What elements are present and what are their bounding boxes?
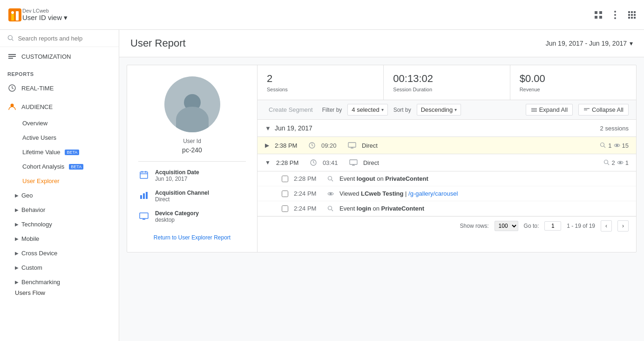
revenue-value: $0.00 <box>520 73 627 85</box>
geo-arrow: ▶ <box>15 193 19 198</box>
svg-point-46 <box>601 143 604 147</box>
session-2-search-icon <box>603 159 610 166</box>
stats-row: 2 Sessions 00:13:02 Session Duration $0.… <box>258 65 636 100</box>
svg-rect-1 <box>11 14 14 20</box>
expandable-technology[interactable]: ▶ Technology <box>0 217 119 232</box>
expandable-geo[interactable]: ▶ Geo <box>0 188 119 203</box>
event-3-type-icon <box>327 205 334 212</box>
date-range-picker[interactable]: Jun 19, 2017 - Jun 19, 2017 ▾ <box>546 40 633 47</box>
sub-item-users-flow[interactable]: Users Flow <box>0 289 119 296</box>
content-area: User Report Jun 19, 2017 - Jun 19, 2017 … <box>119 30 644 341</box>
session-1-duration-icon <box>308 142 316 149</box>
session-1-expand[interactable]: ▶ <box>265 142 269 149</box>
sessions-label: Sessions <box>267 87 374 92</box>
expand-icon <box>531 107 537 113</box>
event-3-description: Event login on PrivateContent <box>339 205 629 212</box>
realtime-label: REAL-TIME <box>21 85 54 92</box>
sub-item-lifetime-value[interactable]: Lifetime Value BETA <box>15 145 119 159</box>
create-segment-button[interactable]: Create Segment <box>265 104 317 115</box>
event-2-type-icon <box>327 191 334 197</box>
acquisition-date-text: Acquisition Date Jun 10, 2017 <box>155 169 199 182</box>
acquisition-channel-value: Direct <box>155 196 209 203</box>
search-input[interactable] <box>18 35 111 42</box>
collapse-all-button[interactable]: Collapse All <box>578 104 629 116</box>
goto-input[interactable] <box>544 221 561 231</box>
sub-item-active-users[interactable]: Active Users <box>15 130 119 145</box>
expandable-benchmarking[interactable]: ▶ Benchmarking <box>0 275 119 289</box>
acquisition-date-label: Acquisition Date <box>155 169 199 176</box>
sessions-value: 2 <box>267 73 374 85</box>
event-2-checkbox[interactable] <box>282 191 288 197</box>
session-2-duration-icon <box>310 159 317 166</box>
expand-all-button[interactable]: Expand All <box>526 104 573 116</box>
svg-rect-32 <box>143 193 145 199</box>
filter-by-label: Filter by <box>322 107 342 113</box>
next-page-button[interactable]: › <box>617 220 629 232</box>
event-3-time: 2:24 PM <box>294 205 322 212</box>
sessions-toolbar: Create Segment Filter by 4 selected ▾ So… <box>258 100 636 120</box>
expandable-custom[interactable]: ▶ Custom <box>0 260 119 275</box>
session-date: Jun 19, 2017 <box>275 124 312 132</box>
event-1-type-icon <box>327 176 334 182</box>
svg-point-10 <box>614 17 616 19</box>
session-date-collapse-arrow[interactable]: ▼ <box>265 125 271 132</box>
acquisition-channel-label: Acquisition Channel <box>155 190 209 196</box>
beta-badge-cohort: BETA <box>69 164 83 170</box>
return-link[interactable]: Return to User Explorer Report <box>154 234 230 241</box>
event-row-2: 2:24 PM Viewed LCweb Testing | /g-galler… <box>258 186 636 201</box>
stats-panel: 2 Sessions 00:13:02 Session Duration $0.… <box>258 65 636 252</box>
sort-dropdown[interactable]: Descending ▾ <box>417 104 461 116</box>
beta-badge-lifetime: BETA <box>65 150 79 155</box>
svg-rect-5 <box>599 11 602 14</box>
sub-item-user-explorer[interactable]: User Explorer <box>15 174 119 188</box>
session-2-expand[interactable]: ▼ <box>265 159 271 166</box>
user-section: User Id pc-240 <box>127 65 637 252</box>
goto-label: Go to: <box>524 223 539 229</box>
event-2-url[interactable]: /g-gallery/carousel <box>408 190 458 197</box>
prev-page-button[interactable]: ‹ <box>601 220 612 232</box>
search-container[interactable] <box>0 30 119 47</box>
svg-point-20 <box>8 35 12 40</box>
sidebar-customization[interactable]: CUSTOMIZATION <box>0 47 119 66</box>
event-2-description: Viewed LCweb Testing | /g-gallery/carous… <box>339 190 629 197</box>
svg-rect-43 <box>348 143 356 147</box>
session-2-channel: Direct <box>363 159 598 166</box>
svg-rect-15 <box>631 14 633 16</box>
sub-item-overview[interactable]: Overview <box>15 116 119 130</box>
view-selector[interactable]: User ID view ▾ <box>22 14 68 22</box>
more-vert-icon[interactable] <box>610 10 620 20</box>
app-logo <box>7 7 22 22</box>
sub-item-cohort-analysis[interactable]: Cohort Analysis BETA <box>15 159 119 174</box>
device-category-item: Device Category desktop <box>138 210 246 223</box>
expandable-mobile[interactable]: ▶ Mobile <box>0 232 119 246</box>
page-title: User Report <box>130 37 186 49</box>
page-info: 1 - 19 of 19 <box>567 223 595 229</box>
event-3-checkbox[interactable] <box>282 205 288 212</box>
sidebar-item-realtime[interactable]: REAL-TIME <box>0 79 119 97</box>
svg-rect-12 <box>631 11 633 13</box>
grid-icon[interactable] <box>594 10 603 20</box>
session-2-view-icon <box>617 159 624 166</box>
svg-point-59 <box>328 206 332 210</box>
rows-per-page-select[interactable]: 100 25 50 <box>495 221 518 231</box>
audience-label: AUDIENCE <box>21 103 53 110</box>
chart-bar-icon <box>138 190 149 201</box>
device-icon <box>138 210 149 221</box>
expandable-behavior[interactable]: ▶ Behavior <box>0 203 119 217</box>
filter-dropdown[interactable]: 4 selected ▾ <box>347 104 387 116</box>
svg-rect-50 <box>350 160 357 164</box>
user-meta: Acquisition Date Jun 10, 2017 <box>138 161 246 231</box>
svg-rect-11 <box>628 11 630 13</box>
svg-point-56 <box>328 176 332 180</box>
apps-icon[interactable] <box>627 10 637 20</box>
sidebar-item-audience[interactable]: AUDIENCE <box>0 97 119 116</box>
svg-rect-33 <box>146 192 148 199</box>
audience-icon <box>7 102 17 111</box>
svg-rect-6 <box>595 16 597 19</box>
search-icon <box>7 34 14 42</box>
session-2-device-icon <box>349 159 358 166</box>
customization-label: CUSTOMIZATION <box>21 53 71 60</box>
event-1-checkbox[interactable] <box>282 176 288 182</box>
sort-dropdown-arrow: ▾ <box>454 107 457 112</box>
expandable-cross-device[interactable]: ▶ Cross Device <box>0 246 119 260</box>
